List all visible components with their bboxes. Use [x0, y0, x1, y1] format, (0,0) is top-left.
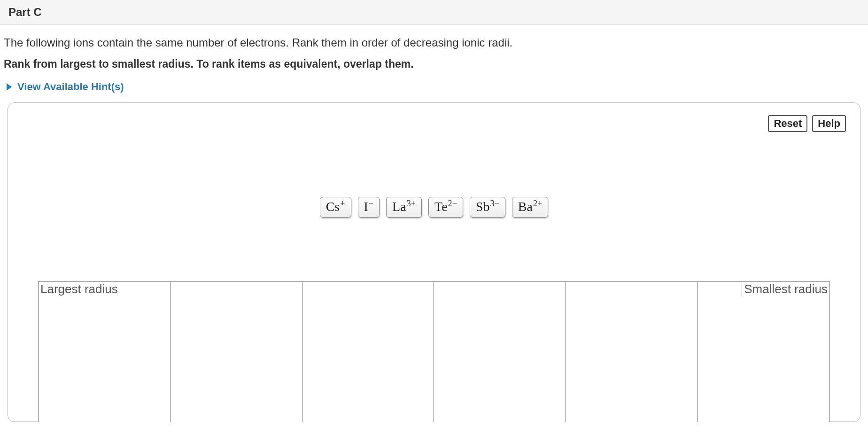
question-content: The following ions contain the same numb… — [0, 25, 868, 422]
ion-charge: − — [369, 199, 373, 208]
rank-slot[interactable] — [302, 281, 434, 422]
ion-base: I — [364, 200, 368, 213]
ion-tile[interactable]: I− — [358, 197, 380, 218]
widget-toolbar: Reset Help — [768, 115, 846, 132]
ranking-widget: Reset Help Cs+ I− La3+ Te2− Sb3− Ba2+ — [8, 102, 860, 422]
view-hints-toggle[interactable]: View Available Hint(s) — [4, 81, 124, 93]
rank-instruction: Rank from largest to smallest radius. To… — [4, 58, 864, 70]
ion-base: Te — [434, 200, 448, 213]
rank-slot[interactable] — [434, 281, 566, 422]
axis-left-label: Largest radius — [38, 281, 120, 297]
part-title: Part C — [8, 6, 42, 18]
ion-charge: 2+ — [533, 199, 542, 208]
hints-toggle-label: View Available Hint(s) — [17, 81, 124, 93]
draggable-items-row: Cs+ I− La3+ Te2− Sb3− Ba2+ — [8, 197, 860, 218]
help-button[interactable]: Help — [812, 115, 846, 132]
ion-tile[interactable]: La3+ — [386, 197, 422, 218]
ion-charge: 3− — [490, 199, 499, 208]
ion-base: La — [392, 200, 406, 213]
ion-charge: 2− — [448, 199, 457, 208]
ion-base: Sb — [476, 200, 490, 213]
ion-tile[interactable]: Cs+ — [320, 197, 351, 218]
ion-base: Ba — [518, 200, 533, 213]
instruction-text: The following ions contain the same numb… — [4, 36, 864, 49]
part-header: Part C — [0, 0, 868, 25]
ion-tile[interactable]: Sb3− — [470, 197, 505, 218]
ion-tile[interactable]: Ba2+ — [512, 197, 548, 218]
ion-charge: + — [340, 199, 345, 208]
rank-slot[interactable] — [566, 281, 698, 422]
reset-button[interactable]: Reset — [768, 115, 807, 132]
ion-charge: 3+ — [407, 199, 416, 208]
ranking-drop-zone[interactable]: Largest radius Smallest radius — [38, 281, 830, 422]
rank-slot[interactable]: Largest radius — [38, 281, 170, 422]
rank-slot[interactable]: Smallest radius — [698, 281, 830, 422]
triangle-right-icon — [7, 83, 12, 91]
axis-right-label: Smallest radius — [742, 281, 830, 297]
ion-base: Cs — [326, 200, 340, 213]
ion-tile[interactable]: Te2− — [428, 197, 463, 218]
rank-slot[interactable] — [170, 281, 302, 422]
